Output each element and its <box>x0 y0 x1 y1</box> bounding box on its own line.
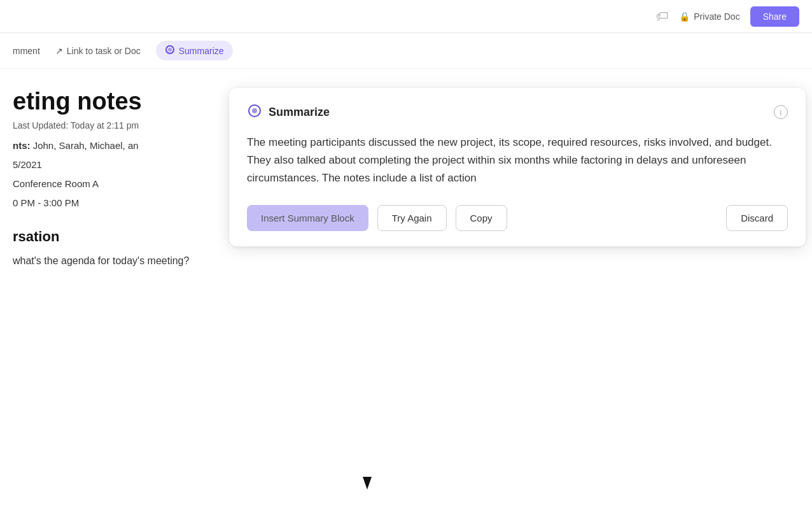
modal-actions: Insert Summary Block Try Again Copy Disc… <box>247 205 788 231</box>
modal-summary-text: The meeting participants discussed the n… <box>247 134 788 187</box>
discard-button[interactable]: Discard <box>726 205 788 231</box>
summarize-toolbar-item[interactable]: Summarize <box>156 41 233 60</box>
attendees-value: John, Sarah, Michael, an <box>33 140 139 151</box>
modal-title-group: Summarize <box>247 103 330 121</box>
link-toolbar-item[interactable]: ↗ Link to task or Doc <box>55 46 141 56</box>
svg-point-1 <box>168 48 172 52</box>
comment-toolbar-item[interactable]: mment <box>13 46 40 56</box>
share-button[interactable]: Share <box>750 6 799 27</box>
comment-label: mment <box>13 46 40 56</box>
attendees-label: nts: <box>13 140 31 151</box>
insert-summary-button[interactable]: Insert Summary Block <box>247 205 368 231</box>
doc-question: what's the agenda for today's meeting? <box>13 255 812 267</box>
lock-icon: 🔒 <box>679 11 690 22</box>
toolbar: mment ↗ Link to task or Doc Summarize <box>0 33 812 69</box>
modal-header: Summarize i <box>247 103 788 121</box>
summarize-modal: Summarize i The meeting participants dis… <box>229 88 806 246</box>
summarize-modal-icon <box>247 103 262 121</box>
copy-button[interactable]: Copy <box>456 205 507 231</box>
link-icon: ↗ <box>55 46 63 56</box>
header: 🏷 🔒 Private Doc Share <box>0 0 812 33</box>
svg-point-3 <box>252 108 257 113</box>
summarize-toolbar-icon <box>165 45 175 57</box>
main-area: eting notes Last Updated: Today at 2:11 … <box>0 69 812 508</box>
try-again-button[interactable]: Try Again <box>377 205 447 231</box>
link-label: Link to task or Doc <box>67 46 141 56</box>
summarize-toolbar-label: Summarize <box>179 46 224 56</box>
tag-icon[interactable]: 🏷 <box>656 9 669 24</box>
info-icon[interactable]: i <box>774 105 788 119</box>
private-doc-button[interactable]: 🔒 Private Doc <box>679 11 739 22</box>
private-doc-label: Private Doc <box>694 11 739 22</box>
modal-title: Summarize <box>269 106 330 119</box>
info-icon-label: i <box>780 108 782 117</box>
